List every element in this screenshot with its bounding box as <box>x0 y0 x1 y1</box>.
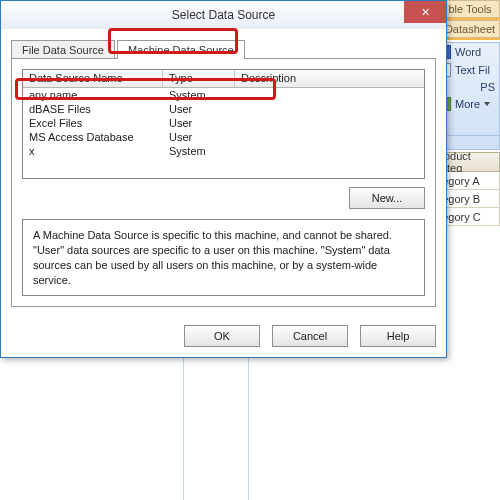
grid-cell-name: dBASE Files <box>23 102 163 116</box>
grid-cell-desc <box>235 116 424 130</box>
grid-header-desc[interactable]: Description <box>235 70 424 87</box>
ok-button[interactable]: OK <box>184 325 260 347</box>
tab-file-data-source[interactable]: File Data Source <box>11 40 115 59</box>
tab-machine-data-source[interactable]: Machine Data Source <box>117 40 245 59</box>
grid-cell-type: User <box>163 116 235 130</box>
ribbon-item-label: PS <box>480 81 495 93</box>
grid-row[interactable]: dBASE Files User <box>23 102 424 116</box>
grid-cell-desc <box>235 88 424 102</box>
dialog-title: Select Data Source <box>172 8 275 22</box>
grid-cell-desc <box>235 144 424 158</box>
grid-cell-type: System <box>163 88 235 102</box>
grid-body: any name System dBASE Files User Excel F… <box>23 88 424 158</box>
grid-cell-type: System <box>163 144 235 158</box>
grid-cell-name: MS Access Database <box>23 130 163 144</box>
ribbon-item-label: Word <box>455 46 481 58</box>
dialog-button-row: OK Cancel Help <box>1 317 446 357</box>
grid-row[interactable]: Excel Files User <box>23 116 424 130</box>
grid-cell-desc <box>235 130 424 144</box>
ribbon-item-label: More <box>455 98 480 110</box>
dialog-client-area: File Data Source Machine Data Source Dat… <box>1 29 446 317</box>
grid-header-row: Data Source Name Type Description <box>23 70 424 88</box>
grid-cell-name: x <box>23 144 163 158</box>
select-data-source-dialog: Select Data Source ✕ File Data Source Ma… <box>0 0 447 358</box>
tab-strip: File Data Source Machine Data Source <box>11 37 436 59</box>
ribbon-contextual-tab[interactable]: ble Tools <box>440 0 500 18</box>
ribbon-subtab[interactable]: Datasheet <box>440 20 500 38</box>
close-icon: ✕ <box>421 6 430 19</box>
ribbon-item-label: Text Fil <box>455 64 490 76</box>
grid-cell-name: Excel Files <box>23 116 163 130</box>
grid-cell-name: any name <box>23 88 163 102</box>
grid-cell-type: User <box>163 102 235 116</box>
cancel-button[interactable]: Cancel <box>272 325 348 347</box>
grid-cell-desc <box>235 102 424 116</box>
grid-header-name[interactable]: Data Source Name <box>23 70 163 87</box>
close-button[interactable]: ✕ <box>404 1 446 23</box>
grid-row[interactable]: MS Access Database User <box>23 130 424 144</box>
data-source-grid[interactable]: Data Source Name Type Description any na… <box>22 69 425 179</box>
info-text: A Machine Data Source is specific to thi… <box>22 219 425 296</box>
help-button[interactable]: Help <box>360 325 436 347</box>
new-button[interactable]: New... <box>349 187 425 209</box>
grid-row[interactable]: x System <box>23 144 424 158</box>
grid-button-row: New... <box>22 179 425 211</box>
grid-cell-type: User <box>163 130 235 144</box>
chevron-down-icon <box>484 102 490 106</box>
tab-page-machine: Data Source Name Type Description any na… <box>11 59 436 307</box>
dialog-titlebar: Select Data Source ✕ <box>1 1 446 29</box>
grid-header-type[interactable]: Type <box>163 70 235 87</box>
grid-row[interactable]: any name System <box>23 88 424 102</box>
